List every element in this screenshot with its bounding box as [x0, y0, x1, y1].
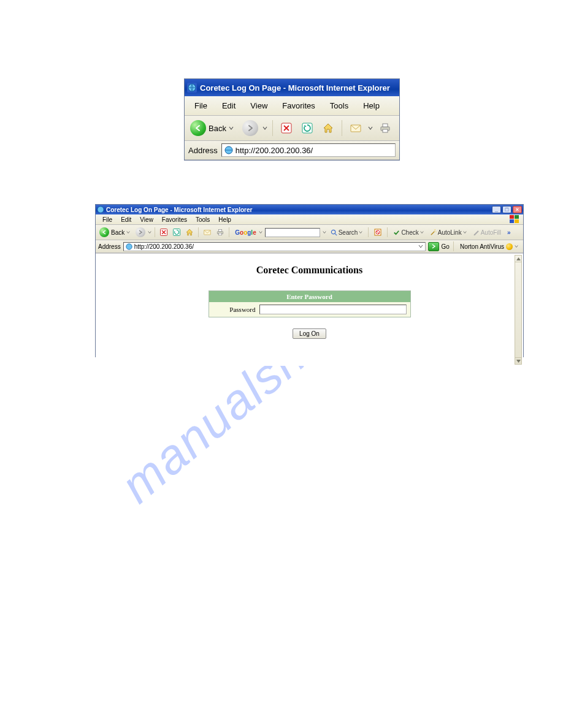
chevron-down-icon: [262, 126, 267, 131]
menu-tools[interactable]: Tools: [191, 216, 214, 224]
back-button[interactable]: Back: [98, 226, 133, 238]
chevron-down-icon: [420, 230, 424, 234]
home-button[interactable]: [320, 119, 337, 137]
chevron-down-icon: [323, 230, 326, 234]
autofill-button[interactable]: AutoFill: [471, 229, 503, 236]
mail-button[interactable]: [347, 119, 364, 137]
address-bar: Address http://200.200.200.36/: [185, 141, 399, 160]
page-title: Coretec Communications: [256, 265, 362, 276]
print-button[interactable]: [215, 227, 226, 238]
address-url: http://200.200.200.36/: [236, 146, 313, 155]
window-title: Coretec Log On Page - Microsoft Internet…: [200, 83, 390, 93]
stop-button[interactable]: [158, 227, 169, 238]
menu-view[interactable]: View: [244, 100, 274, 112]
back-button[interactable]: Back: [188, 118, 238, 138]
chevron-down-icon: [148, 230, 151, 234]
refresh-button[interactable]: [299, 119, 316, 137]
maximize-button[interactable]: □: [502, 206, 511, 213]
stop-button[interactable]: [278, 119, 295, 137]
menu-tools[interactable]: Tools: [324, 100, 354, 112]
autolink-label: AutoLink: [438, 229, 462, 236]
google-search-input[interactable]: [265, 228, 320, 237]
ie-page-icon: [126, 243, 132, 250]
chevron-down-icon: [463, 230, 467, 234]
close-button[interactable]: ×: [513, 206, 522, 213]
mail-button[interactable]: [202, 227, 213, 238]
google-toolbar: Google Search Check AutoLink: [235, 227, 512, 238]
menu-file[interactable]: File: [98, 216, 117, 224]
login-form-header: Enter Password: [209, 291, 410, 302]
check-label: Check: [401, 229, 418, 236]
back-arrow-icon: [190, 120, 206, 136]
ie-icon: [187, 83, 197, 93]
window-titlebar: Coretec Log On Page - Microsoft Internet…: [185, 79, 399, 96]
forward-arrow-icon: [242, 120, 258, 136]
menu-edit[interactable]: Edit: [216, 100, 242, 112]
menu-favorites[interactable]: Favorites: [158, 216, 191, 224]
back-arrow-icon: [99, 227, 109, 237]
svg-rect-9: [510, 215, 514, 219]
minimize-button[interactable]: _: [492, 206, 501, 213]
back-label: Back: [209, 124, 226, 133]
print-button[interactable]: [377, 119, 394, 137]
scrollbar[interactable]: [515, 255, 522, 365]
svg-rect-11: [510, 219, 514, 223]
norton-toolbar[interactable]: Norton AntiVirus: [458, 243, 521, 250]
ie-page-icon: [224, 146, 233, 154]
menu-bar: File Edit View Favorites Tools Help: [185, 96, 399, 116]
scroll-down-button[interactable]: [515, 357, 521, 364]
toolbar-overflow-button[interactable]: »: [505, 229, 513, 236]
menu-view[interactable]: View: [136, 216, 158, 224]
page-content: Coretec Communications Enter Password Pa…: [96, 253, 523, 366]
home-icon: [322, 122, 334, 134]
svg-rect-18: [219, 233, 222, 235]
menu-edit[interactable]: Edit: [117, 216, 136, 224]
toolbar-separator: [368, 227, 369, 237]
chevron-down-icon: [418, 244, 423, 249]
norton-label: Norton AntiVirus: [460, 243, 504, 250]
password-label: Password: [213, 306, 256, 313]
toolbar: Back: [185, 116, 399, 141]
wand-icon: [430, 229, 437, 236]
toolbar-separator: [198, 227, 199, 237]
check-button[interactable]: Check: [391, 229, 425, 236]
ie-icon: [97, 206, 104, 213]
logon-button[interactable]: Log On: [293, 328, 326, 339]
address-input[interactable]: http://200.200.200.36/: [123, 242, 426, 251]
search-icon: [331, 229, 337, 236]
pencil-icon: [473, 229, 480, 236]
popup-icon: [374, 229, 381, 236]
address-bar: Address http://200.200.200.36/ Go Norton…: [96, 240, 523, 253]
google-search-button[interactable]: Search: [329, 229, 365, 236]
svg-rect-12: [515, 219, 519, 223]
google-search-label: Search: [339, 229, 358, 236]
menu-file[interactable]: File: [188, 100, 213, 112]
svg-point-19: [331, 230, 335, 233]
svg-rect-17: [219, 229, 222, 231]
svg-rect-6: [383, 129, 388, 132]
forward-button[interactable]: [135, 227, 146, 238]
menu-help[interactable]: Help: [214, 216, 236, 224]
popup-blocker-button[interactable]: [372, 227, 383, 238]
ie-window-zoomed: Coretec Log On Page - Microsoft Internet…: [184, 78, 400, 161]
menu-favorites[interactable]: Favorites: [276, 100, 321, 112]
login-form: Enter Password Password: [209, 290, 411, 317]
menu-help[interactable]: Help: [357, 100, 386, 112]
password-input[interactable]: [259, 305, 407, 314]
go-arrow-icon: [431, 244, 436, 249]
scroll-up-button[interactable]: [515, 256, 521, 262]
password-row: Password: [209, 302, 410, 317]
svg-rect-5: [383, 124, 388, 127]
refresh-button[interactable]: [171, 227, 182, 238]
norton-icon: [506, 243, 513, 250]
autofill-label: AutoFill: [481, 229, 501, 236]
home-button[interactable]: [184, 227, 195, 238]
window-titlebar: Coretec Log On Page - Microsoft Internet…: [96, 205, 523, 214]
svg-point-8: [98, 207, 104, 213]
chevron-down-icon: [126, 230, 130, 234]
menu-bar: File Edit View Favorites Tools Help: [96, 214, 523, 225]
go-button[interactable]: [428, 242, 439, 251]
forward-button[interactable]: [242, 119, 259, 137]
address-input[interactable]: http://200.200.200.36/: [221, 143, 396, 157]
autolink-button[interactable]: AutoLink: [428, 229, 469, 236]
